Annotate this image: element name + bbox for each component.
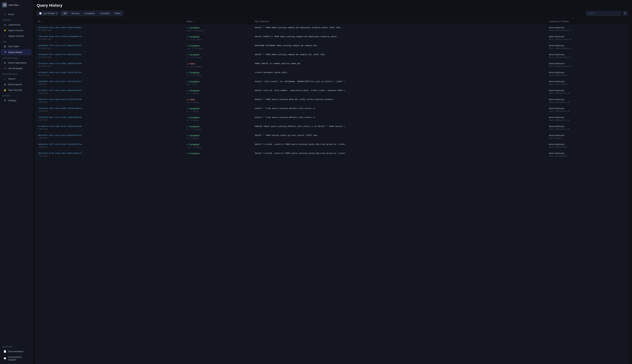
query-id-link[interactable]: eae28d86-f2d4-4675-a11f-60da2f0fae1f — [38, 44, 182, 47]
sidebar-item-sql-editor[interactable]: ▤ SQL Editor — [1, 44, 31, 49]
column-id[interactable]: ID ⇅ — [36, 18, 184, 25]
sidebar-item-query-history[interactable]: ⏱ Query History — [1, 49, 31, 55]
lakehouse-name: demo-lakehouse — [549, 98, 626, 101]
time-ago: 31 minutes ago — [38, 47, 182, 49]
sql-statement: SHOW TABLES in common_queries_demo_db; — [255, 62, 346, 64]
query-id-link[interactable]: e7729341-2ecf-4204-b4a3-605d4fe430f6 — [38, 89, 182, 92]
filter-tab-running[interactable]: Running — [69, 11, 82, 16]
user-info[interactable]: JD John Doe ▾ — [2, 2, 20, 8]
status-icon: ✓ — [186, 89, 188, 92]
sql-statement: SELECT * FROM demo_catalog.sample_db.sam… — [255, 53, 346, 56]
query-id-link[interactable]: ec640ab5-4998-4bc9-9190-2b24ef4dfcec — [38, 71, 182, 74]
query-id-link[interactable]: 27a326dd-60e7-472e-8f0a-183925058110 — [38, 116, 182, 118]
table-row[interactable]: 858f1d36-bf43-4896-a9b4-fdbfe3666cc8 2 d… — [36, 150, 629, 159]
cell-lakehouse: demo-lakehouse demo_catalog.sample_db — [546, 60, 629, 70]
query-id-link[interactable]: 3d4833c0-851a-45dc-a003-6f6dfc68b5b1 — [38, 26, 182, 29]
table-row[interactable]: 4de8e26a-e02f-42d4-bca5-249b8539cf8a 2 d… — [36, 141, 629, 150]
status-label: ✓ Completed — [186, 143, 250, 146]
sidebar-item-community-support[interactable]: 💬 Community & Support — [1, 354, 31, 362]
cell-id: e7729341-2ecf-4204-b4a3-605d4fe430f6 2 d… — [36, 88, 184, 96]
table-row[interactable]: d4ea2a86-a671-4a69-9743-5b8530eb4dec 31 … — [36, 52, 629, 60]
filter-tab-all[interactable]: All — [61, 11, 68, 16]
refresh-button[interactable]: ↻ — [622, 11, 628, 16]
schema-name: spark_catalog.demo_db — [549, 119, 626, 121]
sidebar-item-jupyter-kernels[interactable]: ○ Jupyter Kernels — [1, 33, 31, 39]
table-row[interactable]: 27a326dd-60e7-472e-8f0a-183925058110 2 d… — [36, 114, 629, 124]
sidebar-item-lakehouses[interactable]: ◫ Lakehouses — [1, 22, 31, 28]
status-meta: ≡1 ⏱3s 279ms — [186, 38, 250, 41]
table-row[interactable]: fdc6b4d5-7832-4a78-ae09-6ff94acdbe1d 2 d… — [36, 106, 629, 114]
query-id-link[interactable]: a2b9d995-eb59-4136-8287-fcbc61d7cecc — [38, 80, 182, 82]
filter-tab-completed[interactable]: Completed — [82, 11, 97, 16]
duration: ⏱4s 196ms — [191, 66, 202, 68]
table-row[interactable]: a2b9d995-eb59-4136-8287-fcbc61d7cecc a d… — [36, 78, 629, 88]
status-icon: ✓ — [186, 152, 188, 155]
sql-statement: select * from spark_catalog.default.call… — [255, 107, 346, 110]
sidebar-item-label: Data Security — [8, 89, 22, 91]
sidebar-item-label: Lakehouses — [8, 24, 20, 26]
other-section-label: Other — [0, 93, 32, 98]
cell-sql: SHOW TABLES in common_queries_demo_db; — [252, 60, 546, 70]
filter-tab-cancelled[interactable]: Cancelled — [98, 11, 112, 16]
status-icon: ⚠ — [186, 98, 188, 101]
sidebar-collapse-button[interactable]: ‹ — [27, 3, 30, 7]
sidebar-item-documentation[interactable]: 📄 Documentation — [1, 349, 31, 354]
duration: ⏱3s 279ms — [191, 38, 202, 41]
lakehouse-name: demo-lakehouse — [549, 134, 626, 136]
query-id-link[interactable]: a710ba34-a1c8-43be-931b-2382621aeea9 — [38, 125, 182, 128]
status-label: ✓ Completed — [186, 44, 250, 47]
sidebar-item-label: Home — [8, 13, 14, 16]
table-row[interactable]: 3d4833c0-851a-45dc-a003-6f6dfc68b5b1 31 … — [36, 25, 629, 34]
table-row[interactable]: ffca6ca8-a6d3-4728-99a0-39a50427ee85 32 … — [36, 60, 629, 70]
table-row[interactable]: 74074308-b436-45ff-b7bd-5729980b8f78 31 … — [36, 34, 629, 42]
table-row[interactable]: a710ba34-a1c8-43be-931b-2382621aeea9 2 d… — [36, 124, 629, 132]
cell-status: ✓ Completed ≡6 ⏱650ms — [184, 132, 252, 141]
cell-sql: select * from spark_catalog.default.call… — [252, 106, 546, 114]
time-ago: 32 minutes ago — [38, 65, 182, 67]
table-row[interactable]: ec640ab5-4998-4bc9-9190-2b24ef4dfcec 21 … — [36, 70, 629, 78]
cell-sql: select * from spark_catalog.default.call… — [252, 114, 546, 124]
search-input[interactable] — [586, 11, 621, 16]
community-icon: 💬 — [4, 357, 6, 360]
query-id-link[interactable]: 858f1d36-bf43-4896-a9b4-fdbfe3666cc8 — [38, 152, 182, 154]
page-title: Query History — [37, 3, 628, 8]
sidebar-item-data-security[interactable]: 🔒 Data Security — [1, 87, 31, 93]
status-label: ✓ Completed — [186, 80, 250, 83]
query-id-link[interactable]: bb42edf4-0361-4ac0-aec8-a293032357e1 — [38, 134, 182, 136]
cell-status: ⚠ Failed ≡0 ⏱4s 196ms — [184, 60, 252, 70]
date-range-button[interactable]: 🕐 Last 30 days ▾ — [37, 11, 59, 16]
sidebar-item-data-explorer[interactable]: ⊞ Data Explorer — [1, 82, 31, 87]
sidebar-item-search[interactable]: ⌕ Search — [1, 76, 31, 82]
table-row[interactable]: 26811a12-e22a-4a66-aaf6-62fdfd6f203b 2 d… — [36, 96, 629, 106]
sidebar-item-job-templates[interactable]: ≡ Job Templates — [1, 66, 31, 71]
sidebar-item-home[interactable]: ⌂ Home — [1, 12, 31, 17]
filter-tab-failed[interactable]: Failed — [112, 11, 123, 16]
query-id-link[interactable]: 74074308-b436-45ff-b7bd-5729980b8f78 — [38, 36, 182, 38]
cell-sql: SELECT * FROM demo_catalog.sample_db.emp… — [252, 25, 546, 34]
status-label: ✓ Completed — [186, 53, 250, 56]
sidebar-item-spark-applications[interactable]: ◈ Spark Applications — [1, 60, 31, 66]
column-status[interactable]: Status ⇅ — [184, 18, 252, 25]
sidebar-item-spark-connect[interactable]: ⚡ Spark Connect — [1, 28, 31, 33]
query-id-link[interactable]: ffca6ca8-a6d3-4728-99a0-39a50427ee85 — [38, 62, 182, 64]
time-ago: 2 days ago — [38, 101, 182, 103]
query-id-link[interactable]: 26811a12-e22a-4a66-aaf6-62fdfd6f203b — [38, 98, 182, 100]
data-security-icon: 🔒 — [4, 89, 6, 91]
cell-id: a710ba34-a1c8-43be-931b-2382621aeea9 2 d… — [36, 124, 184, 132]
table-row[interactable]: eae28d86-f2d4-4675-a11f-60da2f0fae1f 31 … — [36, 42, 629, 52]
query-id-link[interactable]: d4ea2a86-a671-4a69-9743-5b8530eb4dec — [38, 53, 182, 56]
main-header: Query History 🕐 Last 30 days ▾ All Runni… — [32, 0, 632, 16]
duration: ⏱451ms — [191, 110, 199, 112]
table-row[interactable]: bb42edf4-0361-4ac0-aec8-a293032357e1 2 d… — [36, 132, 629, 141]
query-id-link[interactable]: 4de8e26a-e02f-42d4-bca5-249b8539cf8a — [38, 143, 182, 146]
lakehouse-name: demo-lakehouse — [549, 107, 626, 110]
table-row[interactable]: e7729341-2ecf-4204-b4a3-605d4fe430f6 2 d… — [36, 88, 629, 96]
cell-lakehouse: demo-lakehouse spark_catalog.default — [546, 150, 629, 159]
cell-lakehouse: demo-lakehouse spark_catalog.default — [546, 70, 629, 78]
chevron-down-icon: ▾ — [20, 4, 20, 6]
status-icon: ✓ — [186, 36, 188, 38]
time-ago: 2 days ago — [38, 137, 182, 139]
sidebar-item-settings[interactable]: ⚙ Settings — [1, 98, 31, 103]
schema-name: demo_catalog.sample_db — [549, 29, 626, 31]
query-id-link[interactable]: fdc6b4d5-7832-4a78-ae09-6ff94acdbe1d — [38, 107, 182, 110]
